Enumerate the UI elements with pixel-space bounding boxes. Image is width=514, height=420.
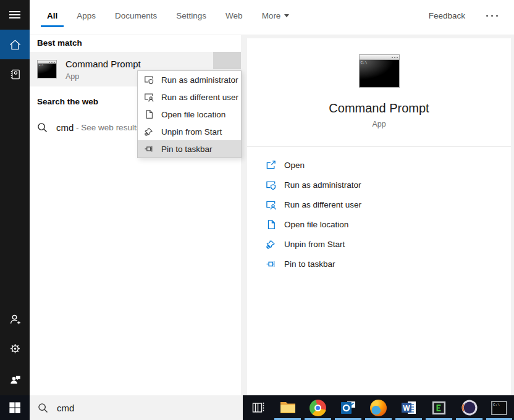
context-menu: Run as administrator Run as different us… — [137, 70, 242, 158]
taskbar-eclipse[interactable] — [454, 395, 484, 420]
left-rail — [0, 0, 30, 395]
taskbar-word[interactable]: W — [394, 395, 424, 420]
search-filter-bar: All Apps Documents Settings Web More Fee… — [30, 0, 514, 35]
action-label: Open — [284, 161, 305, 170]
menu-item-label: Pin to taskbar — [161, 145, 213, 154]
tab-more-label: More — [262, 11, 281, 20]
action-label: Run as administrator — [284, 180, 361, 190]
task-view-button[interactable] — [243, 395, 273, 420]
task-view-icon — [250, 400, 266, 415]
menu-item-label: Unpin from Start — [161, 127, 222, 136]
action-label: Run as different user — [284, 200, 361, 209]
best-match-expand-button[interactable] — [213, 52, 241, 69]
taskbar: W C:\ — [0, 395, 514, 420]
action-label: Open file location — [284, 220, 348, 229]
best-match-title: Command Prompt — [65, 59, 141, 69]
tab-web[interactable]: Web — [224, 0, 244, 31]
menu-run-as-administrator[interactable]: Run as administrator — [138, 71, 241, 88]
taskbar-outlook[interactable] — [333, 395, 363, 420]
best-match-subtitle: App — [65, 72, 79, 81]
taskbar-chrome[interactable] — [303, 395, 333, 420]
tab-settings-label: Settings — [176, 11, 206, 20]
action-open-file-location[interactable]: Open file location — [247, 214, 511, 234]
action-pin-to-taskbar[interactable]: Pin to taskbar — [247, 254, 511, 274]
taskbar-firefox[interactable] — [363, 395, 394, 420]
rail-item-settings[interactable] — [0, 334, 30, 363]
command-prompt-icon: C:\ — [37, 60, 57, 78]
tab-apps[interactable]: Apps — [75, 0, 97, 31]
word-icon: W — [400, 399, 418, 416]
firefox-icon — [370, 400, 387, 416]
word-letter: W — [403, 404, 410, 413]
windows-search-flyout: All Apps Documents Settings Web More Fee… — [0, 0, 514, 420]
tab-apps-label: Apps — [77, 11, 96, 20]
gear-icon — [8, 342, 22, 356]
run-as-different-user-icon — [144, 92, 154, 102]
menu-pin-to-taskbar[interactable]: Pin to taskbar — [138, 140, 241, 158]
rail-item-notebook[interactable] — [0, 59, 30, 89]
start-button[interactable] — [0, 395, 30, 420]
feedback-button[interactable]: Feedback — [429, 11, 465, 20]
search-icon — [38, 403, 48, 413]
cmd-icon-text: C:\ — [361, 61, 368, 65]
action-run-as-administrator[interactable]: Run as administrator — [247, 175, 511, 195]
topbar-right: Feedback — [429, 0, 500, 31]
run-as-administrator-icon — [266, 180, 276, 190]
run-as-administrator-icon — [144, 75, 154, 85]
menu-item-label: Open file location — [161, 110, 225, 119]
cmd-icon-text: C:\ — [493, 403, 500, 407]
tab-web-label: Web — [225, 11, 243, 20]
preview-actions: Open Run as administrator Run as differe… — [247, 147, 511, 274]
taskbar-search-box[interactable] — [30, 395, 243, 420]
taskbar-file-explorer[interactable] — [272, 395, 303, 420]
menu-open-file-location[interactable]: Open file location — [138, 106, 241, 123]
panel-divider — [241, 35, 247, 395]
action-open[interactable]: Open — [247, 155, 511, 175]
web-result-suffix: - See web results — [74, 123, 140, 132]
tab-documents-label: Documents — [115, 11, 157, 20]
rail-item-add-account[interactable] — [0, 304, 30, 334]
tab-more[interactable]: More — [261, 0, 291, 31]
tab-all[interactable]: All — [46, 0, 59, 31]
chevron-down-icon — [284, 14, 289, 17]
hamburger-menu-button[interactable] — [0, 0, 30, 30]
notebook-icon — [8, 67, 22, 82]
taskbar-console-emulator[interactable] — [424, 395, 454, 420]
menu-run-as-different-user[interactable]: Run as different user — [138, 88, 241, 106]
add-user-icon — [8, 312, 22, 326]
rail-item-feedback[interactable] — [0, 363, 30, 393]
preview-region: C:\ Command Prompt App Open Run as admin… — [247, 35, 514, 395]
preview-card: C:\ Command Prompt App Open Run as admin… — [247, 38, 511, 395]
search-web-header: Search the web — [37, 97, 98, 106]
pin-to-taskbar-icon — [144, 144, 154, 154]
taskbar-command-prompt[interactable]: C:\ — [484, 395, 514, 420]
pin-to-taskbar-icon — [266, 259, 276, 269]
best-match-header: Best match — [37, 38, 82, 48]
search-icon — [37, 122, 48, 133]
preview-subtitle: App — [247, 120, 511, 128]
search-input[interactable] — [57, 403, 217, 413]
preview-title: Command Prompt — [247, 101, 511, 116]
tab-documents[interactable]: Documents — [114, 0, 158, 31]
more-options-icon[interactable] — [484, 12, 500, 19]
command-prompt-icon: C:\ — [491, 401, 507, 415]
rail-item-home[interactable] — [0, 30, 30, 59]
action-label: Pin to taskbar — [284, 259, 335, 269]
chrome-icon — [310, 400, 326, 416]
action-run-as-different-user[interactable]: Run as different user — [247, 195, 511, 214]
console-emulator-icon — [431, 400, 447, 416]
action-unpin-from-start[interactable]: Unpin from Start — [247, 234, 511, 254]
eclipse-icon — [461, 399, 478, 416]
unpin-from-start-icon — [144, 127, 154, 136]
feedback-person-icon — [8, 371, 22, 385]
open-icon — [266, 160, 276, 170]
home-icon — [8, 38, 22, 52]
hamburger-icon — [8, 8, 22, 22]
unpin-from-start-icon — [266, 239, 276, 250]
open-file-location-icon — [266, 219, 276, 230]
tab-settings[interactable]: Settings — [175, 0, 208, 31]
menu-unpin-from-start[interactable]: Unpin from Start — [138, 123, 241, 140]
run-as-different-user-icon — [266, 200, 276, 210]
action-label: Unpin from Start — [284, 240, 345, 249]
web-query-text: cmd — [56, 122, 74, 133]
